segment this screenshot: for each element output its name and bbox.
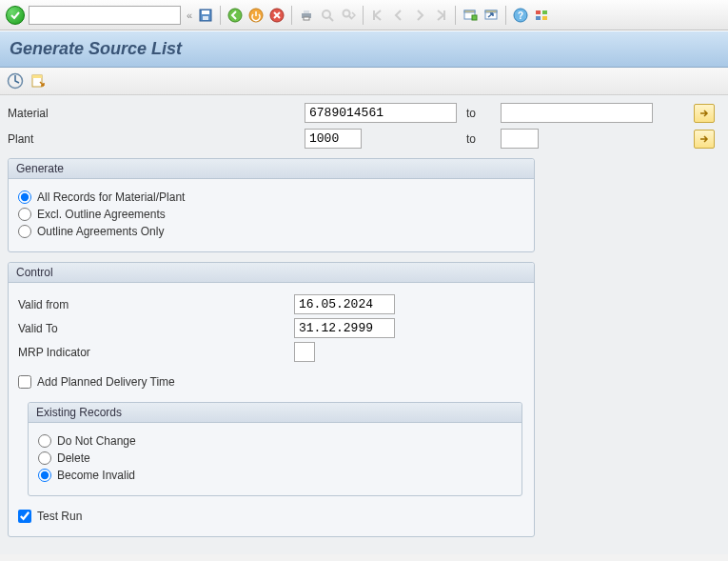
material-from-input[interactable]	[305, 103, 457, 123]
plant-to-input[interactable]	[501, 129, 539, 149]
radio-only[interactable]	[18, 225, 31, 238]
variant-icon	[30, 72, 47, 90]
mrp-label: MRP Indicator	[18, 346, 294, 359]
arrow-right-icon	[698, 109, 710, 118]
generate-option-all[interactable]: All Records for Material/Plant	[18, 190, 524, 204]
command-field[interactable]	[29, 6, 181, 25]
generate-option-excl[interactable]: Excl. Outline Agreements	[18, 208, 524, 221]
layout-icon	[534, 8, 549, 23]
back-icon	[227, 8, 243, 23]
svg-rect-7	[304, 10, 309, 13]
collapse-toolbar-button[interactable]: «	[185, 10, 194, 21]
svg-rect-14	[464, 10, 475, 12]
plant-to-label: to	[466, 132, 476, 146]
find-button	[318, 6, 337, 25]
svg-rect-2	[203, 16, 208, 20]
test-run-row[interactable]: Test Run	[18, 510, 524, 523]
test-run-label: Test Run	[37, 510, 82, 523]
plant-label: Plant	[8, 132, 122, 146]
first-page-button	[368, 6, 387, 25]
svg-line-10	[329, 17, 333, 21]
test-run-checkbox[interactable]	[18, 510, 31, 523]
generate-legend: Generate	[9, 159, 534, 179]
svg-rect-15	[472, 15, 477, 20]
enter-button[interactable]	[6, 6, 25, 25]
separator	[505, 6, 506, 25]
separator	[455, 6, 456, 25]
exit-icon	[248, 8, 264, 23]
valid-to-input[interactable]	[294, 318, 395, 338]
radio-nochange-label: Do Not Change	[57, 434, 136, 448]
get-variant-button[interactable]	[29, 71, 48, 90]
generate-group: Generate All Records for Material/Plant …	[8, 158, 535, 252]
radio-excl[interactable]	[18, 208, 31, 221]
valid-from-input[interactable]	[294, 294, 395, 314]
help-button[interactable]: ?	[511, 6, 530, 25]
save-button[interactable]	[196, 6, 215, 25]
radio-delete-label: Delete	[57, 451, 90, 465]
existing-option-delete[interactable]: Delete	[38, 451, 512, 465]
execute-icon	[7, 72, 24, 90]
new-window-icon	[462, 8, 478, 23]
system-toolbar: « ?	[0, 0, 728, 30]
add-planned-label: Add Planned Delivery Time	[37, 375, 175, 389]
svg-rect-8	[304, 17, 309, 20]
prev-page-icon	[391, 8, 406, 23]
radio-invalid-label: Become Invalid	[57, 469, 135, 482]
radio-delete[interactable]	[38, 451, 51, 465]
add-planned-row[interactable]: Add Planned Delivery Time	[18, 375, 524, 389]
svg-point-9	[323, 10, 330, 18]
svg-rect-26	[32, 75, 42, 78]
find-next-button	[339, 6, 358, 25]
page-title: Generate Source List	[10, 39, 718, 59]
shortcut-icon	[483, 8, 499, 23]
radio-all[interactable]	[18, 190, 31, 204]
radio-nochange[interactable]	[38, 434, 51, 448]
application-toolbar	[0, 68, 728, 95]
new-session-button[interactable]	[461, 6, 480, 25]
printer-icon	[299, 8, 314, 23]
title-bar: Generate Source List	[0, 30, 728, 68]
last-page-button	[431, 6, 450, 25]
material-multiple-selection-button[interactable]	[694, 104, 715, 123]
next-page-button	[410, 6, 429, 25]
radio-excl-label: Excl. Outline Agreements	[37, 208, 166, 221]
valid-from-row: Valid from	[18, 294, 524, 314]
cancel-button[interactable]	[267, 6, 286, 25]
material-to-input[interactable]	[501, 103, 653, 123]
execute-button[interactable]	[6, 71, 25, 90]
valid-from-label: Valid from	[18, 298, 294, 311]
find-next-icon	[341, 8, 356, 23]
existing-option-nochange[interactable]: Do Not Change	[38, 434, 512, 448]
back-button[interactable]	[226, 6, 245, 25]
material-row: Material to	[8, 103, 720, 123]
plant-row: Plant to	[8, 129, 720, 149]
generate-shortcut-button[interactable]	[482, 6, 501, 25]
help-icon: ?	[513, 8, 528, 23]
floppy-icon	[198, 8, 213, 23]
cancel-icon	[269, 8, 285, 23]
generate-option-only[interactable]: Outline Agreements Only	[18, 225, 524, 238]
mrp-input[interactable]	[294, 342, 315, 362]
prev-page-button	[389, 6, 408, 25]
customize-layout-button[interactable]	[532, 6, 551, 25]
valid-to-row: Valid To	[18, 318, 524, 338]
arrow-right-icon	[698, 134, 710, 144]
svg-rect-1	[202, 10, 209, 14]
svg-rect-23	[542, 16, 547, 20]
existing-records-group: Existing Records Do Not Change Delete Be…	[28, 402, 522, 496]
selection-screen: Material to Plant to Generate All Record…	[0, 95, 728, 554]
material-to-label: to	[466, 107, 476, 120]
print-button[interactable]	[297, 6, 316, 25]
svg-rect-22	[536, 16, 541, 20]
separator	[291, 6, 292, 25]
radio-invalid[interactable]	[38, 469, 51, 482]
plant-multiple-selection-button[interactable]	[694, 130, 715, 149]
add-planned-checkbox[interactable]	[18, 375, 31, 389]
plant-from-input[interactable]	[305, 129, 362, 149]
existing-option-invalid[interactable]: Become Invalid	[38, 469, 512, 482]
material-label: Material	[8, 107, 122, 120]
svg-text:?: ?	[518, 10, 523, 21]
exit-button[interactable]	[246, 6, 266, 25]
find-icon	[320, 8, 335, 23]
